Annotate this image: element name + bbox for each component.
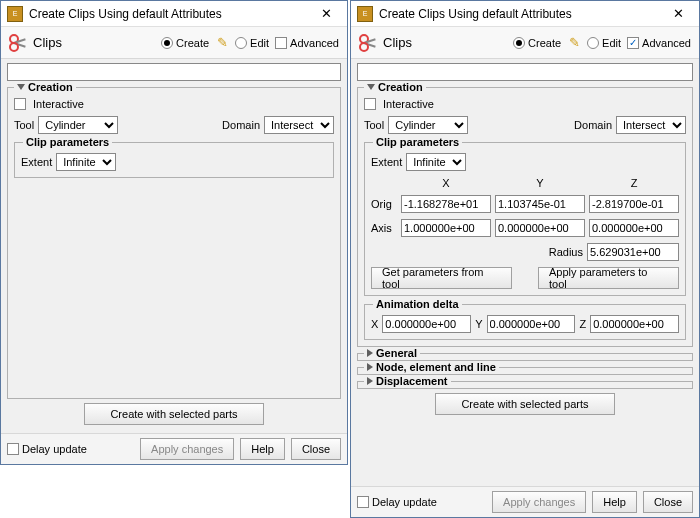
creation-fieldset: Creation Interactive Tool Cylinder Domai… [7,87,341,399]
help-button[interactable]: Help [240,438,285,460]
interactive-row[interactable]: Interactive [364,98,686,110]
titlebar: E Create Clips Using default Attributes … [1,1,347,27]
mode-advanced[interactable]: ✓Advanced [627,37,691,49]
mode-create[interactable]: Create [513,37,561,49]
clip-params-fieldset: Clip parameters Extent Infinite [14,142,334,178]
filter-input[interactable] [7,63,341,81]
section-label: Clips [33,35,62,50]
body: Creation Interactive Tool Cylinder Domai… [351,59,699,486]
interactive-row[interactable]: Interactive [14,98,334,110]
node-legend: Node, element and line [364,361,499,373]
orig-x-input[interactable] [401,195,491,213]
body: Creation Interactive Tool Cylinder Domai… [1,59,347,433]
mode-edit[interactable]: Edit [235,37,269,49]
animation-legend: Animation delta [373,298,462,310]
close-icon[interactable]: ✕ [311,4,341,24]
anim-y-label: Y [475,318,482,330]
section-label: Clips [383,35,412,50]
orig-label: Orig [371,198,397,210]
delay-update-check[interactable]: Delay update [7,443,87,455]
node-fieldset[interactable]: Node, element and line [357,367,693,375]
domain-select[interactable]: Intersect [264,116,334,134]
tool-row: Tool Cylinder Domain Intersect [364,116,686,134]
animation-fieldset: Animation delta X Y Z [364,304,686,340]
axis-x-input[interactable] [401,219,491,237]
xyz-header: X Y Z [371,177,679,189]
orig-row: Orig [371,195,679,213]
titlebar: E Create Clips Using default Attributes … [351,1,699,27]
domain-label: Domain [222,119,260,131]
domain-select[interactable]: Intersect [616,116,686,134]
domain-label: Domain [574,119,612,131]
creation-legend: Creation [364,81,426,93]
mode-create[interactable]: Create [161,37,209,49]
clip-params-fieldset: Clip parameters Extent Infinite X Y Z Or… [364,142,686,296]
anim-z-input[interactable] [590,315,679,333]
axis-y-input[interactable] [495,219,585,237]
create-with-parts-button[interactable]: Create with selected parts [84,403,264,425]
chevron-down-icon [367,84,375,90]
orig-y-input[interactable] [495,195,585,213]
anim-z-label: Z [579,318,586,330]
window-title: Create Clips Using default Attributes [29,7,311,21]
extent-label: Extent [371,156,402,168]
radius-label: Radius [549,246,583,258]
close-button[interactable]: Close [291,438,341,460]
create-row: Create with selected parts [357,389,693,419]
radius-input[interactable] [587,243,679,261]
app-icon: E [357,6,373,22]
anim-x-label: X [371,318,378,330]
tool-select[interactable]: Cylinder [388,116,468,134]
help-button[interactable]: Help [592,491,637,513]
creation-legend: Creation [14,81,76,93]
pencil-icon: ✎ [567,36,581,50]
filter-input[interactable] [357,63,693,81]
general-legend: General [364,347,420,359]
extent-select[interactable]: Infinite [56,153,116,171]
general-fieldset[interactable]: General [357,353,693,361]
clip-params-legend: Clip parameters [373,136,462,148]
bottom-bar: Delay update Apply changes Help Close [1,433,347,464]
tool-row: Tool Cylinder Domain Intersect [14,116,334,134]
apply-changes-button[interactable]: Apply changes [492,491,586,513]
close-button[interactable]: Close [643,491,693,513]
window-title: Create Clips Using default Attributes [379,7,663,21]
pencil-icon: ✎ [215,36,229,50]
tool-select[interactable]: Cylinder [38,116,118,134]
create-with-parts-button[interactable]: Create with selected parts [435,393,615,415]
get-params-button[interactable]: Get parameters from tool [371,267,512,289]
close-icon[interactable]: ✕ [663,4,693,24]
anim-y-input[interactable] [487,315,576,333]
mode-group: Create ✎ Edit ✓Advanced [513,36,691,50]
clip-params-legend: Clip parameters [23,136,112,148]
chevron-right-icon [367,349,373,357]
displacement-fieldset[interactable]: Displacement [357,381,693,389]
tool-label: Tool [364,119,384,131]
app-icon: E [7,6,23,22]
mode-edit[interactable]: Edit [587,37,621,49]
extent-select[interactable]: Infinite [406,153,466,171]
apply-params-button[interactable]: Apply parameters to tool [538,267,679,289]
extent-label: Extent [21,156,52,168]
delay-update-check[interactable]: Delay update [357,496,437,508]
displacement-legend: Displacement [364,375,451,387]
col-y: Y [495,177,585,189]
chevron-down-icon [17,84,25,90]
tool-label: Tool [14,119,34,131]
mode-advanced[interactable]: Advanced [275,37,339,49]
topbar: Clips Create ✎ Edit ✓Advanced [351,27,699,59]
apply-changes-button[interactable]: Apply changes [140,438,234,460]
window-advanced: E Create Clips Using default Attributes … [350,0,700,518]
col-x: X [401,177,491,189]
scissors-icon [359,34,377,52]
chevron-right-icon [367,377,373,385]
chevron-right-icon [367,363,373,371]
axis-row: Axis [371,219,679,237]
axis-z-input[interactable] [589,219,679,237]
anim-x-input[interactable] [382,315,471,333]
creation-fieldset: Creation Interactive Tool Cylinder Domai… [357,87,693,347]
mode-group: Create ✎ Edit Advanced [161,36,339,50]
topbar: Clips Create ✎ Edit Advanced [1,27,347,59]
orig-z-input[interactable] [589,195,679,213]
axis-label: Axis [371,222,397,234]
